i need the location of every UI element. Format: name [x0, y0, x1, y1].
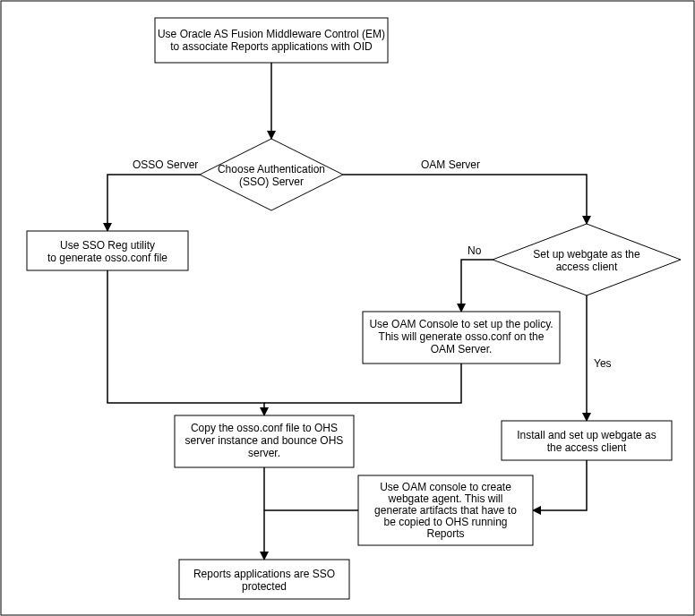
node-install-webgate-line2: the access client	[547, 441, 627, 454]
edge-oampolicy-to-copy	[264, 364, 461, 403]
node-agent-line1: Use OAM console to create	[380, 481, 511, 493]
node-start: Use Oracle AS Fusion Middleware Control …	[155, 18, 388, 63]
node-webgate-decision: Set up webgate as the access client	[493, 224, 681, 295]
flowchart-canvas: Use Oracle AS Fusion Middleware Control …	[0, 0, 695, 616]
node-oam-policy-line1: Use OAM Console to set up the policy.	[369, 318, 553, 330]
node-copy-osso-line1: Copy the osso.conf file to OHS	[191, 422, 338, 434]
edge-webgate-no	[461, 260, 493, 312]
node-copy-osso: Copy the osso.conf file to OHS server in…	[175, 415, 354, 467]
node-choose-line1: Choose Authentication	[218, 163, 325, 175]
edge-choose-to-webgate	[343, 175, 587, 224]
label-osso-server: OSSO Server	[133, 158, 198, 171]
node-start-line1: Use Oracle AS Fusion Middleware Control …	[158, 28, 385, 40]
node-choose-auth: Choose Authentication (SSO) Server	[200, 139, 343, 210]
node-oam-policy-line3: OAM Server.	[431, 343, 493, 355]
node-oam-policy-line2: This will generate osso.conf on the	[379, 330, 545, 343]
node-choose-line2: (SSO) Server	[239, 175, 304, 188]
edge-install-to-agent	[533, 460, 587, 510]
node-agent-line5: Reports	[426, 527, 464, 540]
node-oam-webgate-agent: Use OAM console to create webgate agent.…	[358, 475, 533, 545]
node-copy-osso-line3: server.	[248, 447, 280, 459]
node-webgate-dec-line2: access client	[556, 261, 618, 273]
node-webgate-dec-line1: Set up webgate as the	[533, 248, 640, 261]
node-agent-line3: generate artifacts that have to	[374, 504, 517, 517]
node-final: Reports applications are SSO protected	[179, 560, 349, 599]
diagram-frame	[1, 1, 694, 615]
node-start-line2: to associate Reports applications with O…	[170, 40, 373, 53]
node-sso-reg-line2: to generate osso.conf file	[47, 252, 167, 264]
label-no: No	[468, 244, 482, 257]
node-agent-line4: be copied to OHS running	[383, 516, 507, 528]
label-yes: Yes	[594, 357, 612, 370]
node-install-webgate-line1: Install and set up webgate as	[517, 429, 656, 441]
edge-choose-to-ssoreg	[107, 175, 200, 231]
node-sso-reg-line1: Use SSO Reg utility	[60, 239, 155, 252]
node-sso-reg: Use SSO Reg utility to generate osso.con…	[27, 231, 188, 270]
node-final-line2: protected	[242, 580, 287, 593]
node-copy-osso-line2: server instance and bounce OHS	[185, 434, 344, 447]
node-agent-line2: webgate agent. This will	[388, 492, 503, 505]
edge-ssoreg-to-copy	[107, 270, 264, 415]
node-install-webgate: Install and set up webgate as the access…	[502, 421, 672, 460]
label-oam-server: OAM Server	[421, 158, 480, 171]
node-final-line1: Reports applications are SSO	[193, 568, 335, 580]
node-oam-console-policy: Use OAM Console to set up the policy. Th…	[363, 312, 560, 364]
